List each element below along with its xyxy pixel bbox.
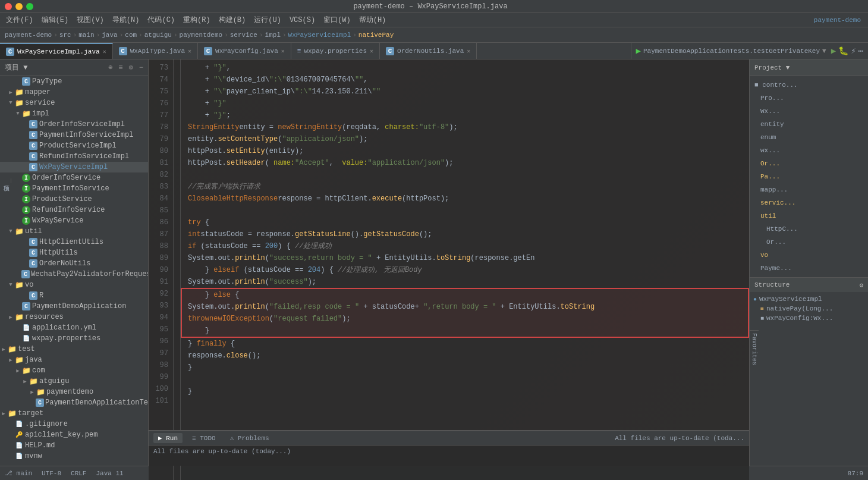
breadcrumb-payment-demo[interactable]: payment-demo <box>5 32 52 39</box>
run-dropdown-icon[interactable]: ▼ <box>822 48 826 55</box>
sidebar-item-impl[interactable]: ▼📁impl <box>0 108 148 119</box>
close-button[interactable] <box>5 3 12 10</box>
menu-vcs[interactable]: VCS(S) <box>286 15 319 26</box>
menu-edit[interactable]: 编辑(E) <box>38 14 73 26</box>
tab-ordernoutils[interactable]: C OrderNoUtils.java ✕ <box>380 43 477 59</box>
breadcrumb-main[interactable]: main <box>78 32 94 39</box>
tab-close-btn2[interactable]: ✕ <box>188 48 191 55</box>
run-test-tab[interactable]: ▶ PaymentDemoApplicationTests.testGetPri… <box>631 43 868 59</box>
favorites-tab[interactable]: Favorites <box>750 330 759 368</box>
tree-arrow-paymentdemo-test[interactable]: ▶ <box>29 389 36 396</box>
play-icon[interactable]: ▶ <box>831 46 836 56</box>
sidebar-item-refund-info-service[interactable]: IRefundInfoService <box>0 205 148 215</box>
menu-window[interactable]: 窗口(W) <box>320 14 354 26</box>
menu-file[interactable]: 文件(F) <box>2 14 37 26</box>
tree-arrow-util[interactable]: ▼ <box>7 228 14 234</box>
sidebar-item-refund-info-service-impl[interactable]: CRefundInfoServiceImpl <box>0 151 148 162</box>
sidebar-item-order-no-utils-tree[interactable]: COrderNoUtils <box>0 258 148 269</box>
sidebar-item-r-class[interactable]: CR <box>0 290 148 301</box>
breadcrumb-com[interactable]: com <box>125 32 137 39</box>
sidebar-item-mapper[interactable]: ▶📁mapper <box>0 87 148 98</box>
sidebar-sync-icon[interactable]: ≡ <box>118 64 122 72</box>
sidebar-item-help-md[interactable]: 📄HELP.md <box>0 440 148 451</box>
breadcrumb-java[interactable]: java <box>102 32 117 39</box>
tree-arrow-vo[interactable]: ▼ <box>7 282 14 288</box>
breadcrumb-src[interactable]: src <box>59 32 71 39</box>
tree-arrow-atguigu-test[interactable]: ▶ <box>21 378 29 385</box>
menu-view[interactable]: 视图(V) <box>73 14 108 26</box>
breadcrumb-nativepay[interactable]: nativePay <box>358 32 394 39</box>
sidebar-item-payment-demo-app[interactable]: CPaymentDemoApplication <box>0 301 148 312</box>
sidebar-item-com-test[interactable]: ▶📁com <box>0 365 148 376</box>
breadcrumb-wxpayserviceimpl[interactable]: WxPayServiceImpl <box>288 32 351 39</box>
tab-wxpayserviceimpl[interactable]: C WxPayServiceImpl.java ✕ <box>0 43 113 59</box>
maximize-button[interactable] <box>26 3 33 10</box>
sidebar-item-service[interactable]: ▼📁service <box>0 98 148 108</box>
tab-wxpayconfig[interactable]: C WxPayConfig.java ✕ <box>198 43 291 59</box>
sidebar-vertical-tab[interactable]: 项目 <box>0 178 11 183</box>
tab-wxpay-props[interactable]: ≡ wxpay.properties ✕ <box>291 43 380 59</box>
tree-arrow-target[interactable]: ▶ <box>0 410 7 417</box>
breadcrumb-paymentdemo[interactable]: paymentdemo <box>180 32 223 39</box>
tab-close-btn4[interactable]: ✕ <box>370 48 373 55</box>
sidebar-item-mvnw[interactable]: 📄mvnw <box>0 451 148 462</box>
breadcrumb-service[interactable]: service <box>230 32 257 39</box>
sidebar-item-wechat-pay2-validator[interactable]: CWechatPay2ValidatorForRequest <box>0 269 148 280</box>
sidebar-item-java-test[interactable]: ▶📁java <box>0 354 148 365</box>
sidebar-item-target[interactable]: ▶📁target <box>0 408 148 419</box>
sidebar-item-resources[interactable]: ▶📁resources <box>0 312 148 322</box>
breadcrumb-atguigu[interactable]: atguigu <box>144 32 172 39</box>
sidebar-item-product-service-impl[interactable]: CProductServiceImpl <box>0 140 148 151</box>
tab-close-btn[interactable]: ✕ <box>103 48 106 55</box>
tree-arrow-com-test[interactable]: ▶ <box>14 368 21 374</box>
tab-close-btn3[interactable]: ✕ <box>281 48 285 55</box>
run-tab-problems[interactable]: ⚠ Problems <box>225 433 274 443</box>
sidebar-item-apiclient-pem[interactable]: 🔑apiclient_key.pem <box>0 429 148 440</box>
tree-arrow-mapper[interactable]: ▶ <box>7 89 14 96</box>
sidebar-item-payment-info-service[interactable]: IPaymentInfoService <box>0 183 148 194</box>
coverage-icon[interactable]: ⚡ <box>851 46 856 56</box>
struct-wxpayconfig[interactable]: ■ wxPayConfig:Wx... <box>752 313 866 323</box>
sidebar-item-test[interactable]: ▶📁test <box>0 344 148 354</box>
tree-arrow-impl[interactable]: ▼ <box>14 111 21 117</box>
code-editor[interactable]: + "}", + "\"device_id\":\"01346700704576… <box>181 59 749 480</box>
tree-arrow-test[interactable]: ▶ <box>0 346 7 353</box>
sidebar-item-http-utils[interactable]: CHttpUtils <box>0 247 148 258</box>
struct-wxpayserviceimpl[interactable]: ● WxPayServiceImpl <box>752 294 866 304</box>
sidebar-gear-icon[interactable]: ⚙ <box>129 63 133 72</box>
menu-help[interactable]: 帮助(H) <box>356 14 390 26</box>
sidebar-item-application-yml[interactable]: 📄application.yml <box>0 322 148 333</box>
sidebar-item-util[interactable]: ▼📁util <box>0 226 148 237</box>
sidebar-item-wx-pay-service-impl-tree[interactable]: CWxPayServiceImpl <box>0 162 148 172</box>
sidebar-item-order-info-service[interactable]: IOrderInfoService <box>0 172 148 183</box>
sidebar-item-gitignore[interactable]: 📄.gitignore <box>0 419 148 429</box>
more-icon[interactable]: ⋯ <box>858 46 863 56</box>
sidebar-item-paymentdemo-test[interactable]: ▶📁paymentdemo <box>0 387 148 397</box>
sidebar-minus-icon[interactable]: − <box>139 64 143 72</box>
tree-arrow-java-test[interactable]: ▶ <box>7 357 14 363</box>
sidebar-item-atguigu-test[interactable]: ▶📁atguigu <box>0 376 148 387</box>
menu-run[interactable]: 运行(U) <box>250 14 285 26</box>
sidebar-add-icon[interactable]: ⊕ <box>108 63 112 72</box>
menu-build[interactable]: 构建(B) <box>215 14 250 26</box>
minimize-button[interactable] <box>15 3 23 10</box>
sidebar-item-product-service[interactable]: IProductService <box>0 194 148 205</box>
breadcrumb-impl[interactable]: impl <box>265 32 281 39</box>
struct-nativepay[interactable]: ≡ nativePay(Long... <box>752 304 866 313</box>
tab-close-btn5[interactable]: ✕ <box>467 48 470 55</box>
menu-refactor[interactable]: 重构(R) <box>180 14 214 26</box>
tree-arrow-service[interactable]: ▼ <box>7 100 14 106</box>
sidebar-item-payment-info-service-impl[interactable]: CPaymentInfoServiceImpl <box>0 130 148 140</box>
sidebar-item-paytype[interactable]: CPayType <box>0 76 148 87</box>
sidebar-item-payment-demo-app-tests[interactable]: CPaymentDemoApplicationTests <box>0 397 148 408</box>
debug-icon[interactable]: 🐛 <box>838 46 848 56</box>
structure-toolbar[interactable]: ⚙ <box>859 281 863 289</box>
sidebar-item-wxpay-props-tree[interactable]: 📄wxpay.properties <box>0 333 148 344</box>
tab-wxapitype[interactable]: C WxApiType.java ✕ <box>113 43 198 59</box>
sidebar-item-http-client-utils[interactable]: CHttpClientUtils <box>0 237 148 247</box>
sidebar-item-order-info-service-impl[interactable]: COrderInfoServiceImpl <box>0 119 148 130</box>
run-tab-run[interactable]: ▶ Run <box>153 433 183 443</box>
menu-navigate[interactable]: 导航(N) <box>109 14 143 26</box>
menu-code[interactable]: 代码(C) <box>144 14 178 26</box>
tree-arrow-resources[interactable]: ▶ <box>7 314 14 321</box>
